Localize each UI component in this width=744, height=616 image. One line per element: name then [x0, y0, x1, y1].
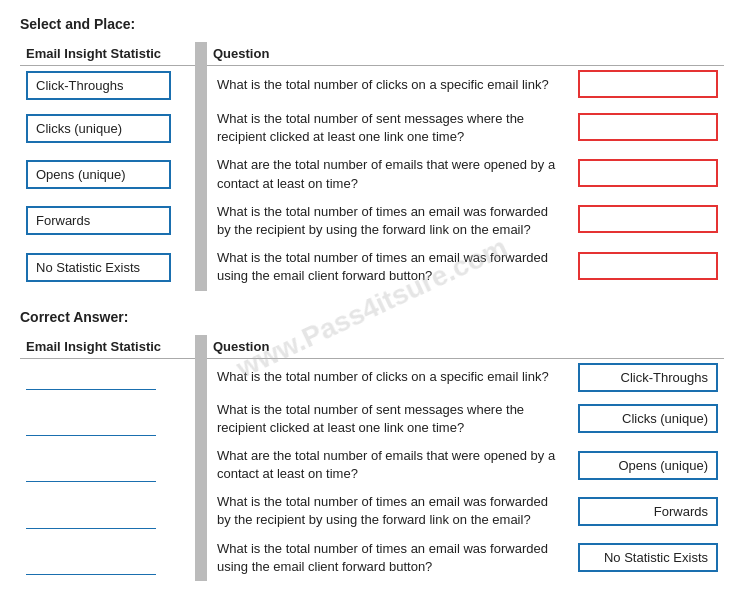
stat-box-opens-unique[interactable]: Opens (unique)	[26, 160, 171, 189]
stat-cell: No Statistic Exists	[20, 244, 195, 290]
answer-cell	[572, 151, 724, 197]
col-divider-1	[195, 42, 207, 66]
question-text: What is the total number of sent message…	[217, 111, 524, 144]
correct-stat-cell	[20, 488, 195, 534]
correct-answer-cell: No Statistic Exists	[572, 535, 724, 581]
stat-box-clicks-unique[interactable]: Clicks (unique)	[26, 114, 171, 143]
question-cell: What is the total number of times an ema…	[207, 488, 572, 534]
question-cell: What is the total number of sent message…	[207, 105, 572, 151]
correct-stat-cell	[20, 396, 195, 442]
question-text: What are the total number of emails that…	[217, 157, 555, 190]
correct-answer-cell: Clicks (unique)	[572, 396, 724, 442]
row-divider	[195, 535, 207, 581]
question-cell: What is the total number of clicks on a …	[207, 358, 572, 396]
question-cell: What is the total number of times an ema…	[207, 535, 572, 581]
blank-line	[26, 460, 156, 482]
correct-answer-table: Email Insight Statistic Question What is…	[20, 335, 724, 582]
stat-cell: Forwards	[20, 198, 195, 244]
answer-cell	[572, 105, 724, 151]
question-text: What is the total number of times an ema…	[217, 204, 548, 237]
question-cell: What are the total number of emails that…	[207, 442, 572, 488]
blank-line	[26, 553, 156, 575]
table-row: What is the total number of clicks on a …	[20, 358, 724, 396]
stat-box-click-throughs[interactable]: Click-Throughs	[26, 71, 171, 100]
answer-drop-box[interactable]	[578, 113, 718, 141]
question-cell: What is the total number of clicks on a …	[207, 66, 572, 106]
stat-cell: Click-Throughs	[20, 66, 195, 106]
answer-cell	[572, 244, 724, 290]
row-divider	[195, 198, 207, 244]
question-text: What is the total number of clicks on a …	[217, 77, 549, 92]
answer-cell	[572, 198, 724, 244]
correct-answer-box-ca5: No Statistic Exists	[578, 543, 718, 572]
select-place-table: Email Insight Statistic Question Click-T…	[20, 42, 724, 291]
question-text: What is the total number of times an ema…	[217, 494, 548, 527]
row-divider	[195, 66, 207, 106]
correct-answer-cell: Opens (unique)	[572, 442, 724, 488]
correct-header-question: Question	[207, 335, 572, 359]
question-text: What is the total number of times an ema…	[217, 541, 548, 574]
row-divider	[195, 244, 207, 290]
question-text: What is the total number of times an ema…	[217, 250, 548, 283]
table-row: What is the total number of times an ema…	[20, 488, 724, 534]
row-divider	[195, 442, 207, 488]
table-row: Opens (unique)What are the total number …	[20, 151, 724, 197]
question-cell: What is the total number of times an ema…	[207, 244, 572, 290]
correct-answer-box-ca3: Opens (unique)	[578, 451, 718, 480]
blank-line	[26, 414, 156, 436]
stat-cell: Clicks (unique)	[20, 105, 195, 151]
header-question: Question	[207, 42, 572, 66]
row-divider	[195, 396, 207, 442]
correct-answer-cell: Forwards	[572, 488, 724, 534]
header-statistic: Email Insight Statistic	[20, 42, 195, 66]
correct-stat-cell	[20, 442, 195, 488]
answer-drop-box[interactable]	[578, 159, 718, 187]
correct-answer-title: Correct Answer:	[20, 309, 724, 325]
correct-answer-box-ca2: Clicks (unique)	[578, 404, 718, 433]
blank-line	[26, 507, 156, 529]
table-row: ForwardsWhat is the total number of time…	[20, 198, 724, 244]
stat-box-no-statistic[interactable]: No Statistic Exists	[26, 253, 171, 282]
correct-header-statistic: Email Insight Statistic	[20, 335, 195, 359]
stat-cell: Opens (unique)	[20, 151, 195, 197]
col-divider-2	[195, 335, 207, 359]
question-cell: What is the total number of sent message…	[207, 396, 572, 442]
row-divider	[195, 488, 207, 534]
question-text: What are the total number of emails that…	[217, 448, 555, 481]
table-row: No Statistic ExistsWhat is the total num…	[20, 244, 724, 290]
correct-answer-box-ca4: Forwards	[578, 497, 718, 526]
table-row: What is the total number of sent message…	[20, 396, 724, 442]
question-text: What is the total number of clicks on a …	[217, 369, 549, 384]
correct-answer-cell: Click-Throughs	[572, 358, 724, 396]
table-row: What are the total number of emails that…	[20, 442, 724, 488]
stat-box-forwards[interactable]: Forwards	[26, 206, 171, 235]
correct-stat-cell	[20, 358, 195, 396]
answer-drop-box[interactable]	[578, 70, 718, 98]
select-place-section: Select and Place: Email Insight Statisti…	[20, 16, 724, 291]
answer-drop-box[interactable]	[578, 205, 718, 233]
answer-drop-box[interactable]	[578, 252, 718, 280]
table-row: What is the total number of times an ema…	[20, 535, 724, 581]
question-text: What is the total number of sent message…	[217, 402, 524, 435]
table-row: Click-ThroughsWhat is the total number o…	[20, 66, 724, 106]
answer-cell	[572, 66, 724, 106]
correct-header-answer	[572, 335, 724, 359]
correct-stat-cell	[20, 535, 195, 581]
select-place-title: Select and Place:	[20, 16, 724, 32]
question-cell: What is the total number of times an ema…	[207, 198, 572, 244]
blank-line	[26, 368, 156, 390]
row-divider	[195, 358, 207, 396]
question-cell: What are the total number of emails that…	[207, 151, 572, 197]
header-answer	[572, 42, 724, 66]
row-divider	[195, 151, 207, 197]
table-row: Clicks (unique)What is the total number …	[20, 105, 724, 151]
row-divider	[195, 105, 207, 151]
correct-answer-box-ca1: Click-Throughs	[578, 363, 718, 392]
correct-answer-section: Correct Answer: Email Insight Statistic …	[20, 309, 724, 582]
